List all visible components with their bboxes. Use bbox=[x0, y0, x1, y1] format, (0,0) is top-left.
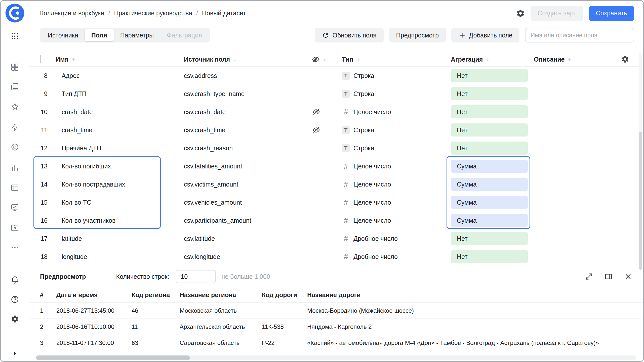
field-row-number: 11 bbox=[40, 126, 48, 134]
save-button[interactable]: Сохранить bbox=[589, 6, 634, 21]
settings-gear-icon[interactable] bbox=[8, 313, 22, 325]
field-name[interactable]: Тип ДТП bbox=[56, 90, 184, 98]
breadcrumb-item-workbook[interactable]: Практические руководства bbox=[114, 10, 192, 17]
field-type-icon: T bbox=[342, 72, 350, 80]
field-type-label: Строка bbox=[353, 145, 374, 152]
dataset-settings-gear-icon[interactable] bbox=[516, 9, 525, 18]
breadcrumb-item-collections[interactable]: Коллекции и воркбуки bbox=[40, 10, 104, 17]
field-row[interactable]: 12 Причина ДТП csv.crash_reason T Строка… bbox=[29, 139, 643, 157]
preview-toggle-button[interactable]: Предпросмотр bbox=[389, 28, 446, 42]
column-header-aggregation[interactable]: Агрегация bbox=[451, 56, 534, 63]
field-name[interactable]: crash_date bbox=[56, 108, 184, 116]
field-row[interactable]: 13 Кол-во погибших csv.fatalities_amount… bbox=[29, 157, 643, 175]
refresh-fields-button[interactable]: Обновить поля bbox=[315, 28, 383, 42]
field-type-label: Целое число bbox=[353, 163, 391, 170]
monitoring-icon[interactable] bbox=[8, 202, 22, 213]
field-row[interactable]: 16 Кол-во участников csv.participants_am… bbox=[29, 211, 643, 230]
field-row[interactable]: 8 Адрес csv.address T Строка Нет bbox=[29, 67, 643, 85]
datalens-logo-icon[interactable] bbox=[5, 3, 25, 23]
field-name[interactable]: Кол-во участников bbox=[56, 217, 184, 224]
sort-arrow-icon[interactable] bbox=[356, 57, 361, 62]
dashboards-icon[interactable] bbox=[8, 62, 22, 73]
preview-dock-icon[interactable] bbox=[605, 273, 613, 281]
field-row[interactable]: 17 latitude csv.latitude # Дробное число… bbox=[29, 230, 643, 248]
aggregation-badge[interactable]: Нет bbox=[451, 250, 528, 263]
select-all-checkbox[interactable] bbox=[40, 55, 41, 63]
field-name[interactable]: latitude bbox=[56, 235, 184, 242]
field-row[interactable]: 9 Тип ДТП csv.crash_type_name T Строка Н… bbox=[29, 85, 643, 103]
aggregation-badge[interactable]: Сумма bbox=[451, 196, 528, 209]
tab-fields[interactable]: Поля bbox=[85, 29, 114, 41]
table-settings-gear-icon[interactable] bbox=[621, 55, 629, 63]
create-chart-button[interactable]: Создать чарт bbox=[531, 6, 583, 21]
aggregation-badge[interactable]: Сумма bbox=[451, 214, 528, 227]
sort-arrow-icon[interactable] bbox=[232, 57, 237, 62]
field-name[interactable]: Причина ДТП bbox=[56, 145, 184, 152]
help-icon[interactable] bbox=[8, 294, 22, 305]
vertical-scrollbar-thumb[interactable] bbox=[639, 132, 642, 270]
aggregation-badge[interactable]: Сумма bbox=[451, 160, 528, 173]
tables-icon[interactable] bbox=[8, 182, 22, 193]
datalens-lens-icon[interactable] bbox=[8, 142, 22, 153]
tab-sources[interactable]: Источники bbox=[41, 29, 85, 41]
field-search-input[interactable] bbox=[525, 28, 634, 42]
preview-cell: Москва-Бородино (Можайское шоссе) bbox=[307, 307, 636, 314]
aggregation-badge[interactable]: Нет bbox=[451, 105, 528, 118]
field-source: csv.crash_date bbox=[184, 108, 312, 116]
column-header-source[interactable]: Источник поля bbox=[184, 56, 312, 63]
horizontal-scrollbar-thumb[interactable] bbox=[36, 355, 190, 360]
field-row[interactable]: 14 Кол-во пострадавших csv.victims_amoun… bbox=[29, 175, 643, 193]
preview-cell: 2018-06-16T10:10:00 bbox=[56, 323, 132, 330]
dataset-tabs: Источники Поля Параметры Фильтрация bbox=[40, 28, 210, 42]
column-header-name[interactable]: Имя bbox=[56, 56, 184, 63]
preview-expand-icon[interactable] bbox=[585, 273, 593, 281]
storage-folder-icon[interactable] bbox=[8, 222, 22, 233]
preview-row: 2 2018-06-16T10:10:00 11 Архангельская о… bbox=[29, 319, 643, 335]
sort-arrow-icon[interactable] bbox=[322, 57, 327, 62]
field-row[interactable]: 11 crash_time csv.crash_time T Строка Не… bbox=[29, 121, 643, 139]
collections-icon[interactable] bbox=[8, 81, 22, 92]
field-name[interactable]: crash_time bbox=[56, 126, 184, 134]
preview-col-road-code: Код дороги bbox=[262, 291, 307, 299]
field-name[interactable]: Кол-во ТС bbox=[56, 199, 184, 206]
sort-arrow-icon[interactable] bbox=[71, 57, 76, 62]
aggregation-badge[interactable]: Нет bbox=[451, 232, 528, 245]
sort-arrow-icon[interactable] bbox=[567, 57, 572, 62]
field-row[interactable]: 15 Кол-во ТС csv.vehicles_amount # Целое… bbox=[29, 193, 643, 211]
column-header-hidden[interactable] bbox=[312, 55, 342, 63]
field-name[interactable]: Кол-во погибших bbox=[56, 163, 184, 170]
aggregation-badge[interactable]: Сумма bbox=[451, 178, 528, 191]
hidden-eye-icon[interactable] bbox=[312, 108, 342, 116]
tab-parameters[interactable]: Параметры bbox=[114, 29, 160, 41]
aggregation-badge[interactable]: Нет bbox=[451, 123, 528, 137]
horizontal-scrollbar[interactable] bbox=[36, 355, 636, 360]
field-type-icon: # bbox=[342, 198, 350, 206]
field-source: csv.crash_time bbox=[184, 126, 312, 134]
field-name[interactable]: Адрес bbox=[56, 72, 184, 79]
charts-icon[interactable] bbox=[8, 162, 22, 173]
field-row[interactable]: 18 longitude csv.longitude # Дробное чис… bbox=[29, 248, 643, 266]
aggregation-badge[interactable]: Нет bbox=[451, 87, 528, 100]
field-name[interactable]: Кол-во пострадавших bbox=[56, 181, 184, 188]
column-header-description[interactable]: Описание bbox=[534, 56, 614, 63]
column-header-type[interactable]: Тип bbox=[342, 56, 451, 63]
aggregation-badge[interactable]: Нет bbox=[451, 142, 528, 155]
add-field-button[interactable]: Добавить поле bbox=[451, 28, 519, 42]
hidden-eye-icon[interactable] bbox=[312, 126, 342, 134]
connections-lightning-icon[interactable] bbox=[8, 122, 22, 133]
field-type-label: Строка bbox=[353, 90, 374, 98]
sort-arrow-icon[interactable] bbox=[485, 57, 490, 62]
rows-count-input[interactable] bbox=[176, 270, 216, 283]
field-row-number: 12 bbox=[40, 145, 48, 152]
more-ellipsis-icon[interactable] bbox=[8, 242, 22, 253]
favorites-star-icon[interactable] bbox=[8, 101, 22, 112]
apps-grid-icon[interactable] bbox=[8, 31, 22, 42]
field-name[interactable]: longitude bbox=[56, 253, 184, 260]
preview-col-region-name: Название региона bbox=[180, 291, 262, 299]
field-source: csv.victims_amount bbox=[184, 181, 312, 188]
field-row[interactable]: 10 crash_date csv.crash_date # Целое чис… bbox=[29, 103, 643, 121]
sidebar-collapse-icon[interactable] bbox=[12, 350, 18, 358]
notifications-bell-icon[interactable] bbox=[8, 274, 22, 285]
preview-close-icon[interactable] bbox=[624, 273, 632, 281]
aggregation-badge[interactable]: Нет bbox=[451, 69, 528, 82]
